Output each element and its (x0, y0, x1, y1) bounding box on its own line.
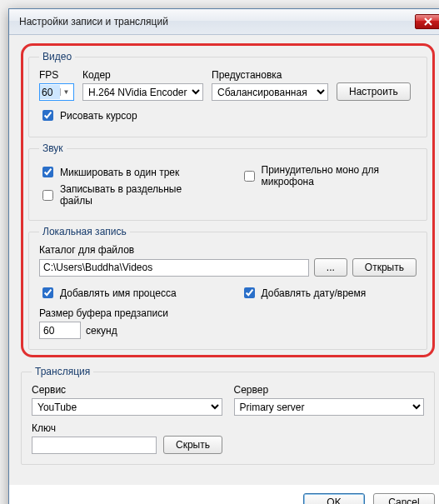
cancel-button[interactable]: Cancel (373, 493, 435, 504)
split-files-checkbox[interactable] (42, 190, 53, 201)
fps-label: FPS (39, 69, 74, 81)
split-files-label: Записывать в раздельные файлы (60, 183, 216, 207)
folder-label: Каталог для файлов (39, 244, 417, 256)
sound-group: Звук Микшировать в один трек Записывать … (28, 142, 427, 221)
open-folder-button[interactable]: Открыть (352, 258, 417, 277)
add-proc-name-checkbox[interactable] (42, 287, 53, 298)
fps-input[interactable] (40, 85, 60, 99)
force-mono-checkbox[interactable] (244, 171, 255, 182)
service-select[interactable]: YouTube (32, 398, 222, 416)
content-area: Видео FPS ▼ Кодер H.264 NVidia Encoder (9, 35, 439, 485)
local-record-group: Локальная запись Каталог для файлов ... … (28, 226, 427, 350)
server-label: Сервер (234, 384, 425, 396)
buffer-label: Размер буфера предзаписи (39, 307, 417, 319)
coder-label: Кодер (82, 69, 203, 81)
key-label: Ключ (32, 422, 157, 434)
settings-window: Настройки записи и трансляций Видео FPS … (8, 8, 439, 504)
preset-select[interactable]: Сбалансированная (212, 83, 328, 101)
add-datetime-checkbox[interactable] (244, 287, 255, 298)
add-proc-name-label: Добавлять имя процесса (60, 287, 177, 299)
draw-cursor-checkbox[interactable] (42, 110, 53, 121)
chevron-down-icon[interactable]: ▼ (60, 88, 72, 96)
dialog-footer: OK Cancel (9, 485, 439, 504)
buffer-unit: секунд (86, 325, 117, 337)
hide-key-button[interactable]: Скрыть (163, 436, 222, 454)
browse-button[interactable]: ... (314, 258, 347, 277)
mix-one-label: Микшировать в один трек (60, 167, 179, 178)
stream-legend: Трансляция (32, 366, 93, 377)
draw-cursor-label: Рисовать курсор (60, 110, 137, 122)
window-title: Настройки записи и трансляций (19, 16, 168, 27)
highlighted-region: Видео FPS ▼ Кодер H.264 NVidia Encoder (21, 43, 435, 357)
sound-legend: Звук (39, 142, 67, 154)
fps-combobox[interactable]: ▼ (39, 83, 74, 101)
video-legend: Видео (39, 51, 75, 62)
server-select[interactable]: Primary server (234, 398, 425, 416)
video-group: Видео FPS ▼ Кодер H.264 NVidia Encoder (28, 51, 427, 137)
coder-select[interactable]: H.264 NVidia Encoder (82, 83, 203, 101)
preset-label: Предустановка (212, 69, 328, 81)
add-datetime-label: Добавлять дату/время (262, 287, 367, 299)
mix-one-checkbox[interactable] (42, 167, 53, 177)
folder-input[interactable] (39, 259, 309, 277)
buffer-input[interactable] (39, 322, 81, 339)
force-mono-label: Принудительно моно для микрофона (262, 164, 417, 187)
close-button[interactable] (415, 14, 439, 29)
service-label: Сервис (32, 384, 222, 396)
titlebar: Настройки записи и трансляций (9, 9, 439, 35)
key-input[interactable] (32, 437, 157, 454)
close-icon (424, 17, 432, 26)
ok-button[interactable]: OK (303, 493, 365, 504)
stream-group: Трансляция Сервис YouTube Сервер Primary… (21, 366, 435, 465)
configure-button[interactable]: Настроить (337, 82, 411, 101)
local-legend: Локальная запись (39, 226, 130, 237)
